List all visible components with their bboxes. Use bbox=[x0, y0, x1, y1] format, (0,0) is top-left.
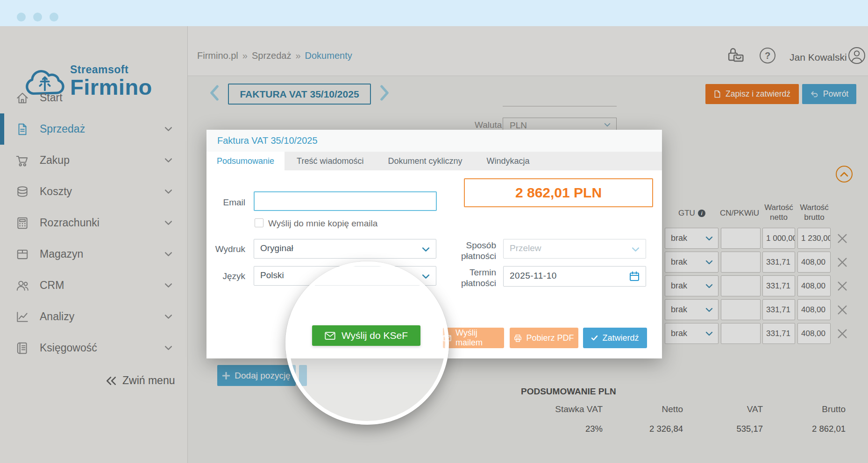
calendar-icon[interactable] bbox=[629, 271, 640, 282]
approve-button[interactable]: Zatwierdź bbox=[583, 328, 647, 348]
copy-email-checkbox[interactable] bbox=[255, 218, 263, 227]
jezyk-label: Język bbox=[206, 271, 245, 281]
sposob-platnosci-select[interactable]: Przelew bbox=[503, 239, 646, 259]
window-titlebar bbox=[0, 0, 868, 26]
copy-email-label: Wyślij do mnie kopię emaila bbox=[268, 218, 377, 229]
app-window: Streamsoft Firmino Start Sprz bbox=[0, 0, 868, 463]
download-pdf-label: Pobierz PDF bbox=[526, 333, 574, 343]
send-to-ksef-label: Wyślij do KSeF bbox=[342, 330, 408, 341]
chevron-down-icon bbox=[422, 274, 430, 279]
send-mail-label: Wyślij mailem bbox=[455, 328, 504, 348]
download-pdf-button[interactable]: Pobierz PDF bbox=[510, 328, 578, 348]
window-dot[interactable] bbox=[17, 13, 26, 21]
sposob-platnosci-label: Sposóbpłatności bbox=[452, 240, 496, 261]
email-input[interactable] bbox=[254, 191, 437, 211]
tab-windykacja[interactable]: Windykacja bbox=[475, 152, 542, 170]
window-dot[interactable] bbox=[50, 13, 58, 21]
send-mail-button[interactable]: Wyślij mailem bbox=[443, 328, 504, 348]
window-dot[interactable] bbox=[33, 13, 42, 21]
termin-platnosci-label: Terminpłatności bbox=[452, 267, 496, 288]
tab-podsumowanie[interactable]: Podsumowanie bbox=[206, 152, 285, 170]
printer-icon bbox=[514, 334, 522, 342]
check-icon bbox=[591, 335, 598, 341]
dialog-header: Faktura VAT 35/10/2025 bbox=[206, 130, 662, 152]
envelope-icon bbox=[325, 332, 335, 340]
tab-dokument-cykliczny[interactable]: Dokument cykliczny bbox=[376, 152, 474, 170]
wydruk-select[interactable]: Oryginał bbox=[254, 239, 436, 259]
total-amount: 2 862,01 PLN bbox=[464, 178, 653, 207]
wydruk-label: Wydruk bbox=[206, 244, 245, 254]
email-label: Email bbox=[216, 197, 245, 208]
dialog-title: Faktura VAT 35/10/2025 bbox=[206, 130, 662, 152]
termin-platnosci-input[interactable]: 2025-11-10 bbox=[503, 266, 646, 287]
approve-label: Zatwierdź bbox=[602, 333, 639, 343]
send-to-ksef-button[interactable]: Wyślij do KSeF bbox=[312, 325, 420, 346]
chevron-down-icon bbox=[632, 247, 640, 252]
tab-tresc-wiadomosci[interactable]: Treść wiadomości bbox=[285, 152, 376, 170]
chevron-down-icon bbox=[422, 247, 430, 252]
dialog-tabs: Podsumowanie Treść wiadomości Dokument c… bbox=[206, 152, 662, 170]
